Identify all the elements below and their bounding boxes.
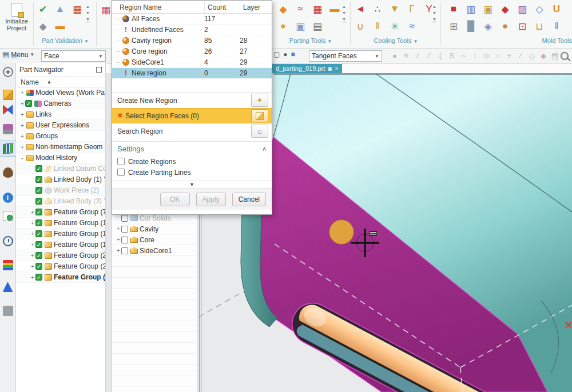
expander[interactable]: + (30, 263, 35, 270)
patch-surface-icon[interactable]: ▦ (310, 2, 325, 17)
selection-ball[interactable] (329, 220, 353, 244)
checkbox[interactable] (35, 219, 42, 226)
expander[interactable]: + (19, 122, 25, 129)
tree-item[interactable]: Work Piece (2) (16, 185, 105, 196)
tree-item[interactable]: + Core (112, 234, 197, 245)
checkbox[interactable] (35, 230, 42, 237)
tab-close-icon[interactable]: ✕ (335, 66, 339, 71)
tray-icon[interactable]: ⊔ (532, 19, 547, 34)
tree-item[interactable]: + Feature Group (1. (16, 229, 105, 239)
snap-end-point-icon[interactable]: ∕ (412, 51, 423, 60)
snap-point-icon[interactable]: ● (389, 51, 400, 60)
tree-item[interactable]: + Cavity (112, 223, 197, 234)
region-row[interactable]: Cavity region 85 28 (112, 35, 272, 46)
search-region-button[interactable]: ⌂ (251, 125, 268, 138)
expander[interactable]: + (19, 111, 25, 118)
checkbox[interactable] (121, 247, 128, 254)
channel-points-icon[interactable]: ∴ (370, 2, 385, 17)
tree-item[interactable]: + Links (16, 109, 105, 120)
region-row[interactable]: Core region 26 27 (112, 46, 272, 57)
region-row[interactable]: SideCore1 4 29 (112, 57, 272, 68)
find-command-icon[interactable] (561, 52, 569, 62)
expander[interactable]: + (30, 274, 35, 281)
scope-combo[interactable]: Tangent Faces▼ (309, 50, 382, 62)
expander[interactable]: + (19, 101, 25, 107)
snap-face-3-icon[interactable]: ▤ (549, 51, 561, 60)
checkbox[interactable] (121, 237, 128, 243)
type-filter-combo[interactable]: Face▼ (41, 50, 106, 62)
sheet-icon[interactable]: ◇ (532, 2, 547, 17)
snap-plus-icon[interactable]: + (503, 51, 515, 60)
region-row[interactable]: All Faces 117 (112, 14, 272, 25)
mold-base-icon[interactable]: █ (463, 19, 478, 34)
tree-item[interactable]: - Model History (16, 153, 105, 163)
stamp-check-icon[interactable]: ◆ (35, 19, 50, 34)
box-red-icon[interactable]: ◆ (498, 2, 513, 17)
expander[interactable]: + (19, 144, 25, 150)
checkbox[interactable] (35, 274, 42, 281)
column-count[interactable]: Count (204, 2, 240, 13)
tree-item[interactable]: + SideCore1 (112, 245, 197, 256)
expander[interactable]: + (30, 242, 35, 248)
tree-item[interactable]: + Feature Group (1. (16, 218, 105, 229)
menu-button[interactable]: ▤ Menu ▼ (2, 50, 34, 59)
draft-analysis-icon[interactable]: ▬ (53, 19, 67, 34)
snap-circle-icon[interactable]: ○ (492, 51, 503, 60)
selection-filter-icon[interactable]: ▢ (273, 50, 280, 58)
snap-slash-icon[interactable]: ∕ (515, 51, 526, 60)
column-layer[interactable]: Layer (240, 2, 272, 13)
shell-icon[interactable]: U (549, 2, 564, 17)
panel-pin-icon[interactable] (96, 67, 102, 73)
expander[interactable]: + (30, 253, 35, 259)
checkbox[interactable] (121, 215, 128, 222)
tree-item[interactable]: + Non-timestamp Geom (16, 142, 105, 153)
cylinders-icon[interactable]: ‖ (549, 19, 564, 34)
tree-item[interactable]: + Model Views (Work Pa. (16, 87, 105, 98)
work-part-cube-icon[interactable]: ■ (291, 50, 295, 58)
mold-tools-label[interactable]: Mold Tools (446, 37, 572, 44)
initialize-project-button[interactable]: Initialize Project (1, 1, 32, 47)
checkbox[interactable] (35, 209, 42, 215)
snap-circle-center-icon[interactable]: ⊙ (480, 51, 492, 60)
name-column-header[interactable]: Name ▲ (16, 77, 105, 87)
pipe-icon[interactable]: Γ (404, 2, 419, 17)
tree-item[interactable]: Linked Body (3) ". (16, 196, 105, 207)
cooling-gear-icon[interactable]: ✳ (387, 19, 402, 34)
drill-channel-icon[interactable]: ▼ (387, 2, 402, 17)
create-regions-option[interactable]: Create Regions (112, 156, 272, 167)
document-tab[interactable]: d_parting_019.prt ▣ ✕ (272, 64, 342, 73)
select-region-faces-row[interactable]: ✱ Select Region Faces (0) (112, 108, 272, 123)
apply-button[interactable]: Apply (196, 193, 226, 206)
design-parting-surface-icon[interactable]: ◆ (276, 2, 291, 17)
bend-pipe-icon[interactable]: ∪ (353, 19, 368, 34)
tree-item[interactable]: + Feature Group (2. (16, 250, 105, 261)
expander[interactable]: - (19, 155, 25, 161)
search-region-row[interactable]: Search Region ⌂ (112, 123, 272, 139)
checkbox[interactable] (35, 198, 42, 205)
expander[interactable]: + (116, 237, 121, 243)
extend-sheet-icon[interactable]: ▬ (327, 2, 342, 17)
snap-mid-point-icon[interactable]: ∕ (423, 51, 435, 60)
dialog-collapse-button[interactable]: ▼ (112, 181, 272, 188)
snap-spline-icon[interactable]: S (446, 51, 458, 60)
settings-section-header[interactable]: Settings ∧ (112, 142, 272, 156)
insert-icon[interactable]: ▣ (480, 2, 495, 17)
create-new-region-button[interactable]: ✦ (251, 94, 268, 107)
region-row[interactable]: Undefined Faces 2 (112, 25, 272, 35)
stamp-purple-icon[interactable]: ▨ (515, 2, 530, 17)
checkbox[interactable] (25, 100, 32, 107)
expander[interactable]: + (116, 226, 121, 232)
column-region-name[interactable]: Region Name (117, 2, 204, 13)
workpiece-cube-icon[interactable]: ■ (446, 2, 461, 17)
parting-navigator-icon[interactable]: ▤ (310, 19, 325, 34)
checkbox[interactable] (35, 252, 42, 259)
scope-sphere-icon[interactable]: ● (283, 50, 287, 58)
cavity-block-icon[interactable]: ▥ (463, 2, 478, 17)
expander[interactable]: + (30, 220, 35, 226)
cooling-tools-label[interactable]: Cooling Tools ▼ (353, 37, 439, 44)
tree-item[interactable]: + User Expressions (16, 120, 105, 131)
checkbox[interactable] (35, 241, 42, 248)
baffle-icon[interactable]: ‖ (370, 19, 385, 34)
part-validation-label[interactable]: Part Validation ▼ (35, 37, 95, 44)
expander[interactable]: + (19, 90, 25, 96)
